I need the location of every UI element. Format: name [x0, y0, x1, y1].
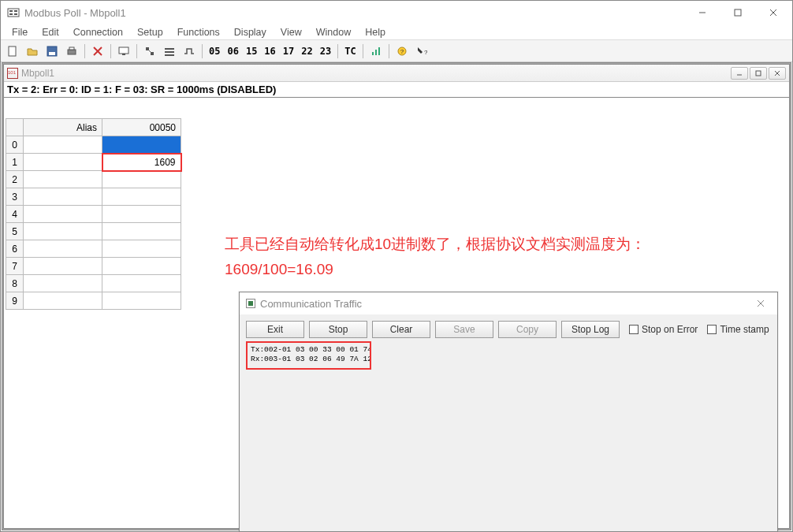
checkbox-icon [707, 325, 717, 334]
table-row: 4 [6, 206, 181, 223]
highlighted-value[interactable]: 1609 [102, 154, 181, 171]
copy-button[interactable]: Copy [498, 321, 557, 338]
stop-button[interactable]: Stop [309, 321, 367, 338]
svg-rect-9 [9, 47, 16, 56]
svg-rect-25 [375, 50, 377, 55]
svg-rect-13 [69, 47, 74, 50]
whatsthis-icon[interactable]: ? [413, 43, 430, 60]
save-button[interactable]: Save [435, 321, 493, 338]
svg-rect-0 [8, 9, 19, 17]
main-titlebar: Modbus Poll - Mbpoll1 [1, 1, 792, 24]
func-17[interactable]: 17 [281, 46, 296, 57]
child-close-button[interactable] [769, 67, 786, 80]
svg-line-20 [149, 50, 151, 52]
table-row: 3 [6, 188, 181, 206]
svg-text:?: ? [400, 48, 404, 55]
maximize-button[interactable] [720, 2, 755, 24]
corner-cell [6, 119, 24, 136]
col-value[interactable]: 00050 [102, 119, 181, 136]
func-tc[interactable]: TC [342, 46, 358, 57]
svg-rect-12 [68, 50, 76, 54]
save-icon[interactable] [43, 43, 61, 60]
func-15[interactable]: 15 [244, 46, 259, 57]
table-row: 7 [6, 258, 181, 275]
menu-view[interactable]: View [274, 25, 308, 39]
menu-file[interactable]: File [6, 25, 34, 39]
dialog-icon [246, 299, 255, 308]
new-icon[interactable] [4, 43, 21, 60]
svg-rect-18 [146, 47, 149, 50]
annotation-text: 工具已经自动给转化成10进制数了，根据协议文档实测温度为： 1609/100=1… [225, 232, 646, 283]
chart-icon[interactable] [367, 43, 385, 60]
settings-icon[interactable] [161, 43, 178, 60]
svg-rect-23 [165, 54, 174, 56]
svg-rect-21 [165, 48, 174, 50]
col-alias[interactable]: Alias [24, 119, 102, 136]
checkbox-icon [629, 325, 638, 334]
app-icon [7, 6, 20, 19]
svg-rect-4 [14, 13, 17, 15]
connect-icon[interactable] [141, 43, 158, 60]
table-row: 11609 [6, 154, 181, 171]
svg-rect-6 [735, 9, 741, 16]
menubar: File Edit Connection Setup Functions Dis… [1, 24, 792, 40]
toolbar: 05 06 15 16 17 22 23 TC ? ? [1, 40, 792, 62]
table-row: 0 [6, 136, 181, 154]
open-icon[interactable] [24, 43, 41, 60]
table-row: 5 [6, 223, 181, 240]
svg-rect-26 [378, 47, 380, 55]
table-row: 6 [6, 240, 181, 258]
monitor-icon[interactable] [115, 43, 132, 60]
func-05[interactable]: 05 [207, 46, 222, 57]
menu-display[interactable]: Display [228, 25, 273, 39]
traffic-log: Tx:002-01 03 00 33 00 01 74 05 Rx:003-01… [246, 341, 371, 370]
print-icon[interactable] [63, 43, 80, 60]
func-16[interactable]: 16 [262, 46, 277, 57]
time-stamp-checkbox[interactable]: Time stamp [707, 324, 769, 335]
child-title: Mbpoll1 [21, 68, 731, 79]
child-minimize-button[interactable] [731, 67, 748, 80]
pulse-icon[interactable] [181, 43, 198, 60]
close-button[interactable] [755, 2, 791, 24]
stop-on-error-checkbox[interactable]: Stop on Error [629, 324, 698, 335]
func-22[interactable]: 22 [299, 46, 315, 57]
dialog-close-button[interactable] [750, 299, 771, 307]
svg-rect-1 [9, 10, 13, 12]
child-window: Mbpoll1 Tx = 2: Err = 0: ID = 1: F = 03:… [3, 64, 790, 529]
delete-icon[interactable] [89, 43, 106, 60]
stoplog-button[interactable]: Stop Log [561, 321, 620, 338]
svg-rect-19 [151, 52, 154, 55]
clear-button[interactable]: Clear [372, 321, 430, 338]
child-maximize-button[interactable] [750, 67, 767, 80]
comm-traffic-dialog: Communication Traffic Exit Stop Clear Sa… [239, 292, 778, 532]
dialog-title: Communication Traffic [260, 298, 750, 310]
minimize-button[interactable] [684, 2, 720, 24]
svg-rect-22 [165, 51, 174, 53]
svg-rect-3 [14, 10, 17, 12]
svg-text:?: ? [424, 49, 427, 56]
func-06[interactable]: 06 [225, 46, 240, 57]
exit-button[interactable]: Exit [246, 321, 304, 338]
table-row: 2 [6, 171, 181, 188]
menu-help[interactable]: Help [359, 25, 392, 39]
status-line: Tx = 2: Err = 0: ID = 1: F = 03: SR = 10… [4, 82, 789, 98]
dialog-titlebar: Communication Traffic [240, 292, 777, 314]
svg-rect-31 [756, 71, 761, 76]
svg-rect-24 [372, 52, 374, 55]
svg-rect-16 [119, 47, 128, 54]
menu-window[interactable]: Window [310, 25, 357, 39]
svg-rect-17 [122, 54, 125, 55]
mdi-client: Mbpoll1 Tx = 2: Err = 0: ID = 1: F = 03:… [2, 62, 791, 530]
child-titlebar: Mbpoll1 [4, 65, 789, 82]
help-icon[interactable]: ? [393, 43, 411, 60]
svg-rect-11 [49, 52, 55, 55]
menu-functions[interactable]: Functions [171, 25, 226, 39]
menu-edit[interactable]: Edit [35, 25, 65, 39]
register-table: Alias 00050 0 11609 2 3 4 5 6 7 8 9 [6, 118, 182, 310]
child-icon [7, 68, 18, 79]
svg-rect-2 [9, 13, 13, 15]
table-row: 9 [6, 292, 181, 310]
menu-setup[interactable]: Setup [131, 25, 169, 39]
menu-connection[interactable]: Connection [67, 25, 129, 39]
func-23[interactable]: 23 [318, 46, 333, 57]
